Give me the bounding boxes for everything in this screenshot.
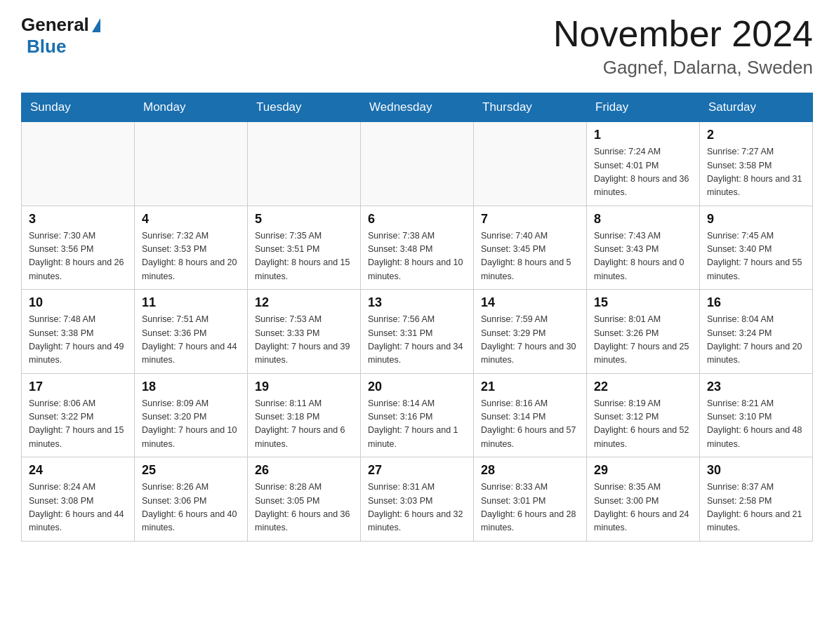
day-info: Sunrise: 8:28 AM Sunset: 3:05 PM Dayligh… bbox=[255, 481, 353, 535]
day-info: Sunrise: 7:43 AM Sunset: 3:43 PM Dayligh… bbox=[594, 229, 692, 284]
week-row-2: 3Sunrise: 7:30 AM Sunset: 3:56 PM Daylig… bbox=[22, 206, 813, 290]
day-info: Sunrise: 8:06 AM Sunset: 3:22 PM Dayligh… bbox=[29, 397, 127, 452]
calendar-cell: 11Sunrise: 7:51 AM Sunset: 3:36 PM Dayli… bbox=[135, 290, 248, 374]
calendar-cell: 23Sunrise: 8:21 AM Sunset: 3:10 PM Dayli… bbox=[700, 373, 813, 457]
week-row-5: 24Sunrise: 8:24 AM Sunset: 3:08 PM Dayli… bbox=[22, 457, 813, 542]
day-info: Sunrise: 7:40 AM Sunset: 3:45 PM Dayligh… bbox=[481, 229, 579, 284]
day-info: Sunrise: 7:56 AM Sunset: 3:31 PM Dayligh… bbox=[368, 313, 466, 368]
day-number: 19 bbox=[255, 380, 353, 394]
day-info: Sunrise: 8:04 AM Sunset: 3:24 PM Dayligh… bbox=[707, 313, 805, 368]
month-title: November 2024 bbox=[553, 14, 813, 54]
day-info: Sunrise: 8:24 AM Sunset: 3:08 PM Dayligh… bbox=[29, 481, 127, 535]
day-info: Sunrise: 7:45 AM Sunset: 3:40 PM Dayligh… bbox=[707, 229, 805, 284]
calendar-cell: 29Sunrise: 8:35 AM Sunset: 3:00 PM Dayli… bbox=[587, 457, 700, 542]
day-number: 12 bbox=[255, 295, 353, 310]
calendar-cell: 25Sunrise: 8:26 AM Sunset: 3:06 PM Dayli… bbox=[135, 457, 248, 542]
calendar-cell: 2Sunrise: 7:27 AM Sunset: 3:58 PM Daylig… bbox=[700, 122, 813, 206]
day-number: 2 bbox=[707, 128, 805, 142]
column-header-saturday: Saturday bbox=[700, 93, 813, 122]
calendar-cell: 17Sunrise: 8:06 AM Sunset: 3:22 PM Dayli… bbox=[22, 373, 135, 457]
day-info: Sunrise: 8:16 AM Sunset: 3:14 PM Dayligh… bbox=[481, 397, 579, 452]
day-info: Sunrise: 7:59 AM Sunset: 3:29 PM Dayligh… bbox=[481, 313, 579, 368]
calendar-cell: 5Sunrise: 7:35 AM Sunset: 3:51 PM Daylig… bbox=[248, 206, 361, 290]
day-number: 5 bbox=[255, 212, 353, 227]
calendar-cell: 10Sunrise: 7:48 AM Sunset: 3:38 PM Dayli… bbox=[22, 290, 135, 374]
day-info: Sunrise: 8:35 AM Sunset: 3:00 PM Dayligh… bbox=[594, 481, 692, 535]
logo-general-text: General bbox=[21, 14, 89, 36]
day-info: Sunrise: 7:32 AM Sunset: 3:53 PM Dayligh… bbox=[142, 229, 240, 284]
calendar-cell: 1Sunrise: 7:24 AM Sunset: 4:01 PM Daylig… bbox=[587, 122, 700, 206]
day-info: Sunrise: 7:30 AM Sunset: 3:56 PM Dayligh… bbox=[29, 229, 127, 284]
calendar-cell: 26Sunrise: 8:28 AM Sunset: 3:05 PM Dayli… bbox=[248, 457, 361, 542]
column-header-tuesday: Tuesday bbox=[248, 93, 361, 122]
day-info: Sunrise: 7:38 AM Sunset: 3:48 PM Dayligh… bbox=[368, 229, 466, 284]
calendar-cell: 20Sunrise: 8:14 AM Sunset: 3:16 PM Dayli… bbox=[361, 373, 474, 457]
day-number: 8 bbox=[594, 212, 692, 227]
calendar-cell: 19Sunrise: 8:11 AM Sunset: 3:18 PM Dayli… bbox=[248, 373, 361, 457]
day-number: 17 bbox=[29, 380, 127, 394]
day-number: 1 bbox=[594, 128, 692, 142]
column-header-friday: Friday bbox=[587, 93, 700, 122]
day-info: Sunrise: 7:35 AM Sunset: 3:51 PM Dayligh… bbox=[255, 229, 353, 284]
day-number: 16 bbox=[707, 295, 805, 310]
day-info: Sunrise: 8:33 AM Sunset: 3:01 PM Dayligh… bbox=[481, 481, 579, 535]
column-header-thursday: Thursday bbox=[474, 93, 587, 122]
column-header-sunday: Sunday bbox=[22, 93, 135, 122]
calendar-cell: 22Sunrise: 8:19 AM Sunset: 3:12 PM Dayli… bbox=[587, 373, 700, 457]
title-block: November 2024 Gagnef, Dalarna, Sweden bbox=[553, 14, 813, 79]
calendar-cell: 12Sunrise: 7:53 AM Sunset: 3:33 PM Dayli… bbox=[248, 290, 361, 374]
page-header: General Blue November 2024 Gagnef, Dalar… bbox=[21, 14, 813, 79]
day-number: 20 bbox=[368, 380, 466, 394]
logo: General Blue bbox=[21, 14, 100, 58]
day-info: Sunrise: 8:01 AM Sunset: 3:26 PM Dayligh… bbox=[594, 313, 692, 368]
calendar-cell: 13Sunrise: 7:56 AM Sunset: 3:31 PM Dayli… bbox=[361, 290, 474, 374]
day-number: 24 bbox=[29, 463, 127, 478]
calendar-cell: 18Sunrise: 8:09 AM Sunset: 3:20 PM Dayli… bbox=[135, 373, 248, 457]
logo-triangle-icon bbox=[92, 18, 100, 32]
calendar-cell: 15Sunrise: 8:01 AM Sunset: 3:26 PM Dayli… bbox=[587, 290, 700, 374]
day-number: 29 bbox=[594, 463, 692, 478]
day-number: 21 bbox=[481, 380, 579, 394]
week-row-1: 1Sunrise: 7:24 AM Sunset: 4:01 PM Daylig… bbox=[22, 122, 813, 206]
day-number: 28 bbox=[481, 463, 579, 478]
column-header-monday: Monday bbox=[135, 93, 248, 122]
calendar-table: SundayMondayTuesdayWednesdayThursdayFrid… bbox=[21, 93, 813, 542]
day-info: Sunrise: 7:48 AM Sunset: 3:38 PM Dayligh… bbox=[29, 313, 127, 368]
calendar-cell: 27Sunrise: 8:31 AM Sunset: 3:03 PM Dayli… bbox=[361, 457, 474, 542]
day-number: 15 bbox=[594, 295, 692, 310]
calendar-cell: 8Sunrise: 7:43 AM Sunset: 3:43 PM Daylig… bbox=[587, 206, 700, 290]
calendar-cell: 9Sunrise: 7:45 AM Sunset: 3:40 PM Daylig… bbox=[700, 206, 813, 290]
day-number: 23 bbox=[707, 380, 805, 394]
calendar-cell: 6Sunrise: 7:38 AM Sunset: 3:48 PM Daylig… bbox=[361, 206, 474, 290]
calendar-cell bbox=[361, 122, 474, 206]
day-number: 13 bbox=[368, 295, 466, 310]
day-number: 27 bbox=[368, 463, 466, 478]
day-number: 3 bbox=[29, 212, 127, 227]
day-number: 9 bbox=[707, 212, 805, 227]
column-header-wednesday: Wednesday bbox=[361, 93, 474, 122]
calendar-cell: 21Sunrise: 8:16 AM Sunset: 3:14 PM Dayli… bbox=[474, 373, 587, 457]
logo-blue-text: Blue bbox=[27, 36, 66, 57]
calendar-cell: 4Sunrise: 7:32 AM Sunset: 3:53 PM Daylig… bbox=[135, 206, 248, 290]
calendar-cell: 14Sunrise: 7:59 AM Sunset: 3:29 PM Dayli… bbox=[474, 290, 587, 374]
calendar-header-row: SundayMondayTuesdayWednesdayThursdayFrid… bbox=[22, 93, 813, 122]
day-number: 6 bbox=[368, 212, 466, 227]
day-number: 4 bbox=[142, 212, 240, 227]
day-info: Sunrise: 8:26 AM Sunset: 3:06 PM Dayligh… bbox=[142, 481, 240, 535]
day-info: Sunrise: 8:21 AM Sunset: 3:10 PM Dayligh… bbox=[707, 397, 805, 452]
calendar-cell bbox=[474, 122, 587, 206]
calendar-cell: 3Sunrise: 7:30 AM Sunset: 3:56 PM Daylig… bbox=[22, 206, 135, 290]
calendar-cell bbox=[135, 122, 248, 206]
calendar-cell: 7Sunrise: 7:40 AM Sunset: 3:45 PM Daylig… bbox=[474, 206, 587, 290]
day-number: 30 bbox=[707, 463, 805, 478]
day-number: 22 bbox=[594, 380, 692, 394]
calendar-cell bbox=[248, 122, 361, 206]
day-number: 26 bbox=[255, 463, 353, 478]
day-number: 7 bbox=[481, 212, 579, 227]
calendar-cell: 24Sunrise: 8:24 AM Sunset: 3:08 PM Dayli… bbox=[22, 457, 135, 542]
day-info: Sunrise: 8:09 AM Sunset: 3:20 PM Dayligh… bbox=[142, 397, 240, 452]
day-info: Sunrise: 7:51 AM Sunset: 3:36 PM Dayligh… bbox=[142, 313, 240, 368]
calendar-cell: 28Sunrise: 8:33 AM Sunset: 3:01 PM Dayli… bbox=[474, 457, 587, 542]
day-info: Sunrise: 8:19 AM Sunset: 3:12 PM Dayligh… bbox=[594, 397, 692, 452]
day-number: 10 bbox=[29, 295, 127, 310]
